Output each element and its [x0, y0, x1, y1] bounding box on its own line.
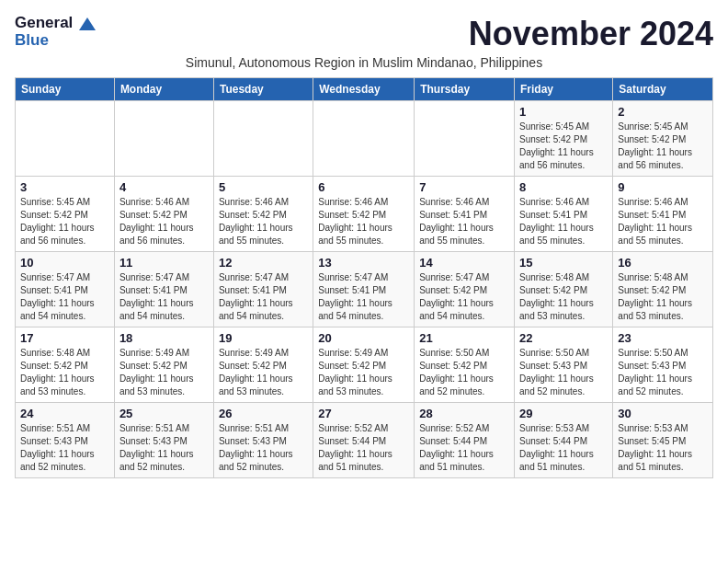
- calendar-cell: 21Sunrise: 5:50 AM Sunset: 5:42 PM Dayli…: [415, 327, 515, 403]
- day-info: Sunrise: 5:49 AM Sunset: 5:42 PM Dayligh…: [318, 347, 409, 398]
- day-number: 6: [318, 180, 409, 194]
- calendar-cell: 26Sunrise: 5:51 AM Sunset: 5:43 PM Dayli…: [213, 403, 313, 478]
- calendar-subtitle: Simunul, Autonomous Region in Muslim Min…: [15, 55, 713, 70]
- calendar-cell: 20Sunrise: 5:49 AM Sunset: 5:42 PM Dayli…: [313, 327, 415, 403]
- day-info: Sunrise: 5:47 AM Sunset: 5:41 PM Dayligh…: [119, 271, 209, 323]
- day-number: 1: [519, 105, 608, 119]
- day-info: Sunrise: 5:52 AM Sunset: 5:44 PM Dayligh…: [419, 422, 509, 474]
- logo: General Blue: [15, 15, 96, 49]
- day-info: Sunrise: 5:53 AM Sunset: 5:45 PM Dayligh…: [618, 422, 708, 474]
- day-number: 9: [618, 180, 708, 194]
- calendar-cell: 12Sunrise: 5:47 AM Sunset: 5:41 PM Dayli…: [213, 252, 313, 327]
- month-title: November 2024: [469, 15, 713, 53]
- logo-icon: [79, 17, 96, 30]
- calendar-cell: 2Sunrise: 5:45 AM Sunset: 5:42 PM Daylig…: [613, 101, 713, 177]
- day-number: 2: [618, 105, 708, 119]
- calendar-cell: 7Sunrise: 5:46 AM Sunset: 5:41 PM Daylig…: [415, 177, 515, 252]
- day-info: Sunrise: 5:46 AM Sunset: 5:42 PM Dayligh…: [119, 196, 209, 247]
- day-number: 21: [419, 331, 509, 345]
- day-number: 23: [618, 331, 708, 345]
- calendar-cell: 13Sunrise: 5:47 AM Sunset: 5:41 PM Dayli…: [313, 252, 415, 327]
- logo-general: General: [15, 14, 73, 31]
- header-friday: Friday: [515, 78, 613, 101]
- calendar-cell: 18Sunrise: 5:49 AM Sunset: 5:42 PM Dayli…: [114, 327, 213, 403]
- day-number: 7: [419, 180, 509, 194]
- day-info: Sunrise: 5:49 AM Sunset: 5:42 PM Dayligh…: [219, 347, 308, 398]
- day-number: 22: [519, 331, 608, 345]
- header-saturday: Saturday: [613, 78, 713, 101]
- day-number: 26: [219, 407, 308, 420]
- calendar-table: SundayMondayTuesdayWednesdayThursdayFrid…: [15, 77, 713, 478]
- day-info: Sunrise: 5:46 AM Sunset: 5:42 PM Dayligh…: [219, 196, 308, 247]
- day-number: 30: [618, 407, 708, 420]
- day-info: Sunrise: 5:45 AM Sunset: 5:42 PM Dayligh…: [519, 121, 608, 172]
- logo-blue: Blue: [15, 32, 96, 50]
- header-wednesday: Wednesday: [313, 78, 415, 101]
- day-info: Sunrise: 5:46 AM Sunset: 5:41 PM Dayligh…: [519, 196, 608, 247]
- header-sunday: Sunday: [16, 78, 115, 101]
- day-number: 28: [419, 407, 509, 420]
- calendar-cell: 9Sunrise: 5:46 AM Sunset: 5:41 PM Daylig…: [613, 177, 713, 252]
- day-info: Sunrise: 5:47 AM Sunset: 5:42 PM Dayligh…: [419, 271, 509, 323]
- day-number: 16: [618, 256, 708, 270]
- calendar-cell: 19Sunrise: 5:49 AM Sunset: 5:42 PM Dayli…: [213, 327, 313, 403]
- calendar-cell: 3Sunrise: 5:45 AM Sunset: 5:42 PM Daylig…: [16, 177, 115, 252]
- calendar-cell: 1Sunrise: 5:45 AM Sunset: 5:42 PM Daylig…: [515, 101, 613, 177]
- day-info: Sunrise: 5:50 AM Sunset: 5:43 PM Dayligh…: [519, 347, 608, 398]
- day-number: 15: [519, 256, 608, 270]
- day-info: Sunrise: 5:46 AM Sunset: 5:42 PM Dayligh…: [318, 196, 409, 247]
- day-info: Sunrise: 5:51 AM Sunset: 5:43 PM Dayligh…: [20, 422, 109, 474]
- calendar-cell: 23Sunrise: 5:50 AM Sunset: 5:43 PM Dayli…: [613, 327, 713, 403]
- calendar-cell: 29Sunrise: 5:53 AM Sunset: 5:44 PM Dayli…: [515, 403, 613, 478]
- day-info: Sunrise: 5:45 AM Sunset: 5:42 PM Dayligh…: [20, 196, 109, 247]
- day-number: 12: [219, 256, 308, 270]
- calendar-cell: 4Sunrise: 5:46 AM Sunset: 5:42 PM Daylig…: [114, 177, 213, 252]
- header-monday: Monday: [114, 78, 213, 101]
- day-info: Sunrise: 5:48 AM Sunset: 5:42 PM Dayligh…: [20, 347, 109, 398]
- calendar-cell: 8Sunrise: 5:46 AM Sunset: 5:41 PM Daylig…: [515, 177, 613, 252]
- calendar-cell: 25Sunrise: 5:51 AM Sunset: 5:43 PM Dayli…: [114, 403, 213, 478]
- day-info: Sunrise: 5:47 AM Sunset: 5:41 PM Dayligh…: [20, 271, 109, 323]
- day-info: Sunrise: 5:48 AM Sunset: 5:42 PM Dayligh…: [519, 271, 608, 323]
- day-info: Sunrise: 5:53 AM Sunset: 5:44 PM Dayligh…: [519, 422, 608, 474]
- day-info: Sunrise: 5:46 AM Sunset: 5:41 PM Dayligh…: [618, 196, 708, 247]
- day-number: 11: [119, 256, 209, 270]
- calendar-cell: 5Sunrise: 5:46 AM Sunset: 5:42 PM Daylig…: [213, 177, 313, 252]
- calendar-cell: [313, 101, 415, 177]
- svg-marker-0: [79, 17, 96, 30]
- calendar-cell: [114, 101, 213, 177]
- day-number: 10: [20, 256, 109, 270]
- calendar-cell: 17Sunrise: 5:48 AM Sunset: 5:42 PM Dayli…: [16, 327, 115, 403]
- calendar-cell: 27Sunrise: 5:52 AM Sunset: 5:44 PM Dayli…: [313, 403, 415, 478]
- calendar-cell: 28Sunrise: 5:52 AM Sunset: 5:44 PM Dayli…: [415, 403, 515, 478]
- day-info: Sunrise: 5:49 AM Sunset: 5:42 PM Dayligh…: [119, 347, 209, 398]
- day-number: 3: [20, 180, 109, 194]
- day-number: 14: [419, 256, 509, 270]
- header-thursday: Thursday: [415, 78, 515, 101]
- day-info: Sunrise: 5:48 AM Sunset: 5:42 PM Dayligh…: [618, 271, 708, 323]
- day-info: Sunrise: 5:51 AM Sunset: 5:43 PM Dayligh…: [119, 422, 209, 474]
- day-number: 5: [219, 180, 308, 194]
- day-info: Sunrise: 5:45 AM Sunset: 5:42 PM Dayligh…: [618, 121, 708, 172]
- day-number: 8: [519, 180, 608, 194]
- calendar-cell: 22Sunrise: 5:50 AM Sunset: 5:43 PM Dayli…: [515, 327, 613, 403]
- day-info: Sunrise: 5:46 AM Sunset: 5:41 PM Dayligh…: [419, 196, 509, 247]
- day-number: 17: [20, 331, 109, 345]
- day-number: 4: [119, 180, 209, 194]
- day-number: 19: [219, 331, 308, 345]
- day-number: 18: [119, 331, 209, 345]
- calendar-cell: 30Sunrise: 5:53 AM Sunset: 5:45 PM Dayli…: [613, 403, 713, 478]
- calendar-cell: [415, 101, 515, 177]
- day-number: 24: [20, 407, 109, 420]
- day-info: Sunrise: 5:47 AM Sunset: 5:41 PM Dayligh…: [219, 271, 308, 323]
- day-number: 13: [318, 256, 409, 270]
- day-number: 20: [318, 331, 409, 345]
- calendar-cell: 10Sunrise: 5:47 AM Sunset: 5:41 PM Dayli…: [16, 252, 115, 327]
- calendar-cell: 16Sunrise: 5:48 AM Sunset: 5:42 PM Dayli…: [613, 252, 713, 327]
- day-info: Sunrise: 5:51 AM Sunset: 5:43 PM Dayligh…: [219, 422, 308, 474]
- day-number: 29: [519, 407, 608, 420]
- day-info: Sunrise: 5:52 AM Sunset: 5:44 PM Dayligh…: [318, 422, 409, 474]
- header-tuesday: Tuesday: [213, 78, 313, 101]
- day-number: 27: [318, 407, 409, 420]
- calendar-cell: 11Sunrise: 5:47 AM Sunset: 5:41 PM Dayli…: [114, 252, 213, 327]
